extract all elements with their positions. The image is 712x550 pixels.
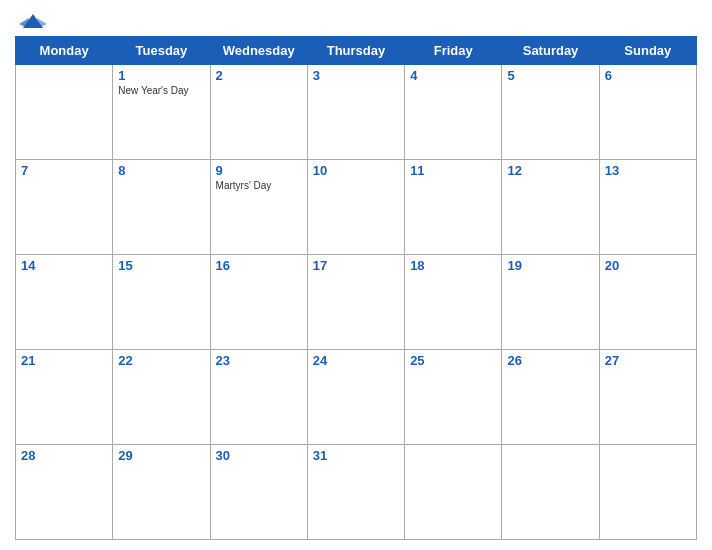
day-number: 23 (216, 353, 302, 368)
calendar-cell: 19 (502, 255, 599, 350)
calendar-header-monday: Monday (16, 37, 113, 65)
day-number: 1 (118, 68, 204, 83)
calendar-cell: 23 (210, 350, 307, 445)
day-number: 8 (118, 163, 204, 178)
day-number: 16 (216, 258, 302, 273)
day-number: 3 (313, 68, 399, 83)
day-number: 19 (507, 258, 593, 273)
calendar-table: MondayTuesdayWednesdayThursdayFridaySatu… (15, 36, 697, 540)
calendar-cell: 16 (210, 255, 307, 350)
day-number: 25 (410, 353, 496, 368)
calendar-header-sunday: Sunday (599, 37, 696, 65)
logo-bird-icon (19, 10, 47, 32)
day-number: 9 (216, 163, 302, 178)
calendar-cell: 12 (502, 160, 599, 255)
calendar-week-1: 1New Year's Day23456 (16, 65, 697, 160)
calendar-week-2: 789Martyrs' Day10111213 (16, 160, 697, 255)
calendar-cell: 20 (599, 255, 696, 350)
calendar-cell: 1New Year's Day (113, 65, 210, 160)
calendar-cell: 14 (16, 255, 113, 350)
day-number: 29 (118, 448, 204, 463)
calendar-cell (599, 445, 696, 540)
calendar-cell: 27 (599, 350, 696, 445)
holiday-label: Martyrs' Day (216, 180, 302, 191)
calendar-cell: 3 (307, 65, 404, 160)
calendar-week-5: 28293031 (16, 445, 697, 540)
calendar-cell: 15 (113, 255, 210, 350)
day-number: 6 (605, 68, 691, 83)
day-number: 12 (507, 163, 593, 178)
holiday-label: New Year's Day (118, 85, 204, 96)
calendar-cell (16, 65, 113, 160)
calendar-cell: 21 (16, 350, 113, 445)
calendar-header-row: MondayTuesdayWednesdayThursdayFridaySatu… (16, 37, 697, 65)
calendar-cell: 26 (502, 350, 599, 445)
day-number: 13 (605, 163, 691, 178)
calendar-week-4: 21222324252627 (16, 350, 697, 445)
calendar-cell (502, 445, 599, 540)
day-number: 22 (118, 353, 204, 368)
calendar-header-friday: Friday (405, 37, 502, 65)
day-number: 30 (216, 448, 302, 463)
day-number: 20 (605, 258, 691, 273)
calendar-cell: 2 (210, 65, 307, 160)
day-number: 18 (410, 258, 496, 273)
calendar-cell: 25 (405, 350, 502, 445)
day-number: 24 (313, 353, 399, 368)
calendar-cell: 28 (16, 445, 113, 540)
calendar-cell: 24 (307, 350, 404, 445)
calendar-cell: 18 (405, 255, 502, 350)
day-number: 26 (507, 353, 593, 368)
calendar-cell: 11 (405, 160, 502, 255)
day-number: 31 (313, 448, 399, 463)
day-number: 11 (410, 163, 496, 178)
logo (19, 10, 51, 32)
calendar-cell: 29 (113, 445, 210, 540)
day-number: 17 (313, 258, 399, 273)
day-number: 7 (21, 163, 107, 178)
calendar-cell: 30 (210, 445, 307, 540)
day-number: 21 (21, 353, 107, 368)
calendar-cell: 10 (307, 160, 404, 255)
day-number: 2 (216, 68, 302, 83)
day-number: 14 (21, 258, 107, 273)
calendar-cell: 6 (599, 65, 696, 160)
calendar-header-tuesday: Tuesday (113, 37, 210, 65)
day-number: 5 (507, 68, 593, 83)
page-header (15, 10, 697, 32)
calendar-cell: 7 (16, 160, 113, 255)
calendar-cell: 8 (113, 160, 210, 255)
day-number: 15 (118, 258, 204, 273)
calendar-cell: 31 (307, 445, 404, 540)
day-number: 4 (410, 68, 496, 83)
calendar-cell (405, 445, 502, 540)
calendar-header-saturday: Saturday (502, 37, 599, 65)
calendar-cell: 5 (502, 65, 599, 160)
day-number: 27 (605, 353, 691, 368)
calendar-cell: 4 (405, 65, 502, 160)
day-number: 28 (21, 448, 107, 463)
calendar-cell: 13 (599, 160, 696, 255)
calendar-header-wednesday: Wednesday (210, 37, 307, 65)
calendar-cell: 22 (113, 350, 210, 445)
calendar-week-3: 14151617181920 (16, 255, 697, 350)
calendar-cell: 9Martyrs' Day (210, 160, 307, 255)
calendar-header-thursday: Thursday (307, 37, 404, 65)
day-number: 10 (313, 163, 399, 178)
calendar-cell: 17 (307, 255, 404, 350)
